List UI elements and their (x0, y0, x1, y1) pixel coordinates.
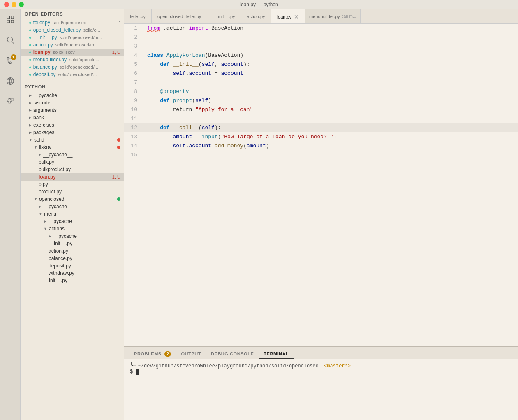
chevron-right-icon: ▶ (29, 93, 32, 97)
file-icon: ● (29, 42, 32, 47)
tree-arguments[interactable]: ▶ arguments (21, 107, 124, 114)
terminal-cursor (136, 369, 139, 375)
main-layout: 1 OPEN EDITORS ● teller.py solid/openclo… (0, 9, 518, 420)
code-editor[interactable]: 1 from .action import BaseAction 2 3 4 c… (124, 24, 518, 346)
tree-actions-withdraw[interactable]: withdraw.py (21, 269, 124, 277)
open-editor-init[interactable]: ● __init__.py solid/openclosed/m... (21, 34, 124, 41)
code-line-12: 12 def __call__(self): (124, 123, 518, 132)
close-button[interactable] (4, 2, 9, 7)
svg-point-9 (7, 78, 14, 85)
tree-actions-balance[interactable]: balance.py (21, 255, 124, 262)
tree-p[interactable]: p.py (21, 181, 124, 188)
chevron-right-icon: ▶ (29, 130, 32, 135)
panel-tab-problems[interactable]: PROBLEMS 2 (129, 350, 176, 359)
panel-tab-debug-console[interactable]: DEBUG CONSOLE (206, 350, 259, 359)
panel-tab-output[interactable]: OUTPUT (176, 350, 206, 359)
tab-menubuilder[interactable]: menubuilder.py can m... (305, 9, 361, 23)
code-line-15: 15 (124, 151, 518, 160)
tree-actions-init[interactable]: __init__.py (21, 240, 124, 247)
problems-count-badge: 2 (164, 351, 171, 357)
svg-rect-2 (11, 20, 13, 23)
search-activity-icon[interactable] (3, 33, 17, 47)
open-editor-teller[interactable]: ● teller.py solid/openclosed 1 (21, 19, 124, 26)
tab-close-icon[interactable]: ✕ (294, 14, 299, 20)
git-activity-icon[interactable]: 1 (3, 53, 17, 67)
extensions-activity-icon[interactable] (3, 95, 17, 109)
tree-actions-deposit[interactable]: deposit.py (21, 262, 124, 269)
tab-loan[interactable]: loan.py ✕ (271, 9, 305, 23)
tree-packages[interactable]: ▶ packages (21, 129, 124, 136)
code-line-3: 3 (124, 42, 518, 51)
tree-menu-init[interactable]: __init__.py (21, 277, 124, 284)
chevron-right-icon: ▶ (29, 116, 32, 120)
code-line-1: 1 from .action import BaseAction (124, 24, 518, 33)
code-line-5: 5 def __init__(self, account): (124, 60, 518, 69)
maximize-button[interactable] (19, 2, 24, 7)
chevron-down-icon: ▼ (44, 227, 47, 231)
chevron-right-icon: ▶ (39, 204, 42, 209)
svg-point-4 (7, 37, 12, 42)
terminal[interactable]: ╰─~/dev/github/stevebrownlee/playground/… (124, 359, 518, 420)
code-line-4: 4 class ApplyForLoan(BaseAction): (124, 51, 518, 60)
tree-menu-pycache[interactable]: ▶ __pycache__ (21, 218, 124, 225)
file-icon: ● (29, 35, 32, 40)
tab-init[interactable]: __init__.py (207, 9, 241, 23)
chevron-down-icon: ▼ (34, 145, 37, 149)
code-line-8: 8 @property (124, 87, 518, 96)
tree-openclosed-pycache[interactable]: ▶ __pycache__ (21, 203, 124, 210)
open-editor-loan[interactable]: ● loan.py solid/liskov 1, U (21, 49, 124, 56)
file-icon: ● (29, 72, 32, 77)
open-editor-balance[interactable]: ● balance.py solid/openclosed/... (21, 63, 124, 71)
sidebar: OPEN EDITORS ● teller.py solid/openclose… (21, 9, 124, 420)
chevron-down-icon: ▼ (39, 212, 42, 216)
svg-point-8 (9, 62, 11, 64)
explorer-activity-icon[interactable] (3, 12, 17, 26)
window-controls (4, 2, 24, 7)
chevron-right-icon: ▶ (29, 108, 32, 112)
code-line-11: 11 (124, 114, 518, 123)
tree-menu[interactable]: ▼ menu (21, 210, 124, 218)
tree-liskov[interactable]: ▼ liskov (21, 144, 124, 151)
chevron-right-icon: ▶ (39, 153, 42, 157)
activity-bar: 1 (0, 9, 21, 420)
open-editor-deposit[interactable]: ● deposit.py solid/openclosed/... (21, 71, 124, 78)
tab-action[interactable]: action.py (241, 9, 271, 23)
tree-bank[interactable]: ▶ bank (21, 114, 124, 121)
debug-activity-icon[interactable] (3, 74, 17, 88)
code-line-6: 6 self.account = account (124, 69, 518, 78)
tree-product[interactable]: product.py (21, 188, 124, 195)
tree-actions[interactable]: ▼ actions (21, 225, 124, 232)
tree-exercises[interactable]: ▶ exercises (21, 121, 124, 129)
tree-bulk[interactable]: bulk.py (21, 158, 124, 166)
solid-dot (117, 138, 120, 142)
tree-loan[interactable]: loan.py 1, U (21, 173, 124, 181)
tree-liskov-pycache[interactable]: ▶ __pycache__ (21, 151, 124, 158)
tree-actions-pycache[interactable]: ▶ __pycache__ (21, 232, 124, 240)
tree-openclosed[interactable]: ▼ openclosed (21, 195, 124, 203)
tree-solid[interactable]: ▼ solid (21, 136, 124, 144)
tree-actions-action[interactable]: action.py (21, 247, 124, 255)
python-header: PYTHON (21, 82, 124, 92)
svg-rect-1 (11, 16, 13, 19)
file-icon: ● (29, 65, 32, 70)
chevron-right-icon: ▶ (44, 219, 46, 223)
chevron-down-icon: ▼ (29, 138, 32, 142)
terminal-prompt-line: $ (130, 369, 512, 375)
file-icon: ● (29, 28, 32, 32)
titlebar: loan.py — python (0, 0, 518, 9)
chevron-right-icon: ▶ (29, 123, 32, 127)
chevron-right-icon: ▶ (29, 101, 32, 105)
panel-tabs: PROBLEMS 2 OUTPUT DEBUG CONSOLE TERMINAL (124, 347, 518, 359)
panel-tab-terminal[interactable]: TERMINAL (259, 350, 294, 359)
file-icon: ● (29, 57, 32, 62)
editor-tabs: teller.py open_closed_teller.py __init__… (124, 9, 518, 24)
open-editor-menubuilder[interactable]: ● menubuilder.py solid/openclo... (21, 56, 124, 63)
tree-pycache[interactable]: ▶ __pycache__ (21, 92, 124, 99)
open-editor-action[interactable]: ● action.py solid/openclosed/m... (21, 41, 124, 49)
tree-bulkproduct[interactable]: bulkproduct.py (21, 166, 124, 173)
tab-open-closed-teller[interactable]: open_closed_teller.py (152, 9, 207, 23)
minimize-button[interactable] (12, 2, 16, 7)
open-editor-open-closed-teller[interactable]: ● open_closed_teller.py solid/o... (21, 26, 124, 34)
tree-vscode[interactable]: ▶ .vscode (21, 99, 124, 107)
tab-teller[interactable]: teller.py (124, 9, 152, 23)
